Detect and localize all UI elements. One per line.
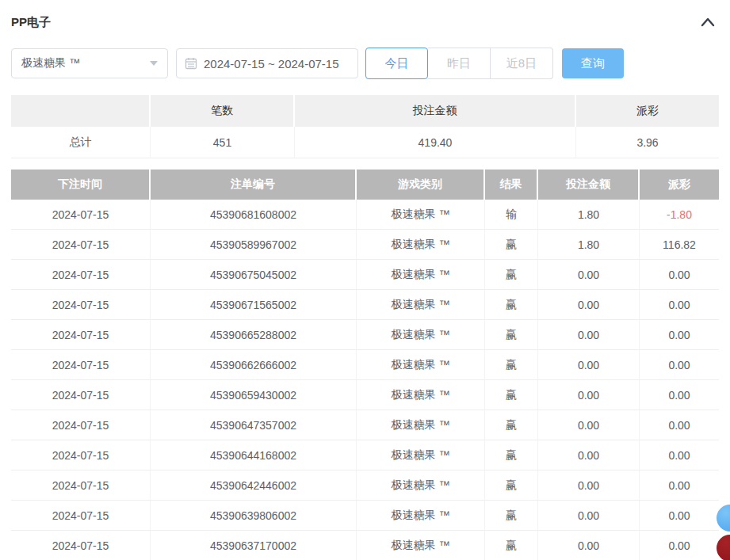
table-cell: 0.00 [538,440,640,470]
table-cell: 0.00 [640,380,719,410]
table-row: 2024-07-1545390644168002极速糖果 ™赢0.000.00 [11,440,719,470]
table-cell: 0.00 [640,470,719,501]
summary-total-label: 总计 [11,127,151,158]
table-cell: 45390662666002 [151,350,357,380]
summary-total-payout: 3.96 [576,127,719,158]
table-cell: 2024-07-15 [11,260,151,290]
table-cell: 2024-07-15 [11,410,151,440]
records-header-bet-amount: 投注金额 [538,170,640,200]
table-cell: 0.00 [538,260,640,290]
collapse-button[interactable] [698,14,717,30]
table-cell: 极速糖果 ™ [357,260,485,290]
game-select[interactable]: 极速糖果 ™ [11,48,168,78]
table-cell: 极速糖果 ™ [357,410,485,440]
summary-header-bet-amount: 投注金额 [295,95,576,127]
table-cell: 45390639806002 [151,501,357,531]
table-cell: 45390642446002 [151,470,357,501]
table-cell: 45390589967002 [151,230,357,260]
table-cell: 2024-07-15 [11,470,151,501]
table-cell: 45390675045002 [151,260,357,290]
table-row: 2024-07-1545390637170002极速糖果 ™赢0.000.00 [11,531,719,560]
records-header-payout: 派彩 [640,170,719,200]
table-cell: 2024-07-15 [11,531,151,560]
table-cell: 45390659430002 [151,380,357,410]
summary-header-empty [11,95,151,127]
table-cell: 赢 [485,410,538,440]
table-cell: 45390671565002 [151,290,357,320]
table-cell: 极速糖果 ™ [357,200,485,230]
table-row: 2024-07-1545390642446002极速糖果 ™赢0.000.00 [11,470,719,501]
table-cell: 0.00 [538,350,640,380]
table-cell: 0.00 [538,501,640,531]
chevron-down-icon [150,61,158,66]
table-cell: 赢 [485,470,538,501]
summary-header-count: 笔数 [151,95,295,127]
table-cell: 0.00 [538,290,640,320]
table-cell: -1.80 [640,200,719,230]
table-cell: 0.00 [640,260,719,290]
query-button[interactable]: 查询 [562,48,624,78]
table-row: 2024-07-1545390681608002极速糖果 ™输1.80-1.80 [11,200,719,230]
yesterday-button[interactable]: 昨日 [428,48,491,79]
table-row: 2024-07-1545390671565002极速糖果 ™赢0.000.00 [11,290,719,320]
table-cell: 赢 [485,320,538,350]
table-cell: 赢 [485,440,538,470]
table-cell: 赢 [485,380,538,410]
summary-header-row: 笔数 投注金额 派彩 [11,95,719,127]
table-cell: 0.00 [538,531,640,560]
summary-total-count: 451 [151,127,295,158]
table-cell: 赢 [485,230,538,260]
quick-range-group: 今日 昨日 近8日 [365,48,553,79]
table-cell: 极速糖果 ™ [357,230,485,260]
table-cell: 0.00 [538,380,640,410]
last8days-button[interactable]: 近8日 [491,48,553,79]
table-cell: 1.80 [538,200,640,230]
table-row: 2024-07-1545390662666002极速糖果 ™赢0.000.00 [11,350,719,380]
records-header-bet-time: 下注时间 [11,170,151,200]
today-button[interactable]: 今日 [365,48,428,79]
table-cell: 2024-07-15 [11,290,151,320]
table-cell: 2024-07-15 [11,200,151,230]
table-cell: 45390681608002 [151,200,357,230]
table-row: 2024-07-1545390675045002极速糖果 ™赢0.000.00 [11,260,719,290]
table-cell: 45390665288002 [151,320,357,350]
table-cell: 0.00 [640,440,719,470]
table-row: 2024-07-1545390647357002极速糖果 ™赢0.000.00 [11,410,719,440]
table-cell: 极速糖果 ™ [357,531,485,560]
filter-bar: 极速糖果 ™ 2024-07-15 ~ 2024-07-15 今日 昨日 近8日… [11,48,719,79]
table-cell: 45390647357002 [151,410,357,440]
table-row: 2024-07-1545390665288002极速糖果 ™赢0.000.00 [11,320,719,350]
table-cell: 赢 [485,290,538,320]
summary-total-row: 总计 451 419.40 3.96 [11,127,719,158]
table-row: 2024-07-1545390639806002极速糖果 ™赢0.000.00 [11,501,719,531]
table-cell: 极速糖果 ™ [357,320,485,350]
table-cell: 116.82 [640,230,719,260]
summary-total-bet-amount: 419.40 [295,127,576,158]
summary-table: 笔数 投注金额 派彩 总计 451 419.40 3.96 [11,95,719,158]
date-range-input[interactable]: 2024-07-15 ~ 2024-07-15 [176,48,358,78]
table-cell: 2024-07-15 [11,230,151,260]
table-cell: 极速糖果 ™ [357,290,485,320]
table-cell: 0.00 [640,320,719,350]
table-cell: 输 [485,200,538,230]
table-cell: 1.80 [538,230,640,260]
table-cell: 0.00 [640,350,719,380]
table-cell: 赢 [485,260,538,290]
table-cell: 45390644168002 [151,440,357,470]
table-cell: 0.00 [538,470,640,501]
table-cell: 极速糖果 ™ [357,380,485,410]
table-cell: 0.00 [538,410,640,440]
game-select-value: 极速糖果 ™ [21,56,80,70]
page-title: PP电子 [11,15,51,30]
table-cell: 2024-07-15 [11,380,151,410]
table-cell: 0.00 [640,290,719,320]
table-cell: 极速糖果 ™ [357,470,485,501]
table-cell: 2024-07-15 [11,320,151,350]
table-cell: 0.00 [538,320,640,350]
panel-header: PP电子 [0,0,730,30]
table-cell: 赢 [485,531,538,560]
table-cell: 极速糖果 ™ [357,501,485,531]
records-table: 下注时间 注单编号 游戏类别 结果 投注金额 派彩 2024-07-154539… [11,170,719,560]
table-cell: 极速糖果 ™ [357,440,485,470]
summary-header-payout: 派彩 [576,95,719,127]
